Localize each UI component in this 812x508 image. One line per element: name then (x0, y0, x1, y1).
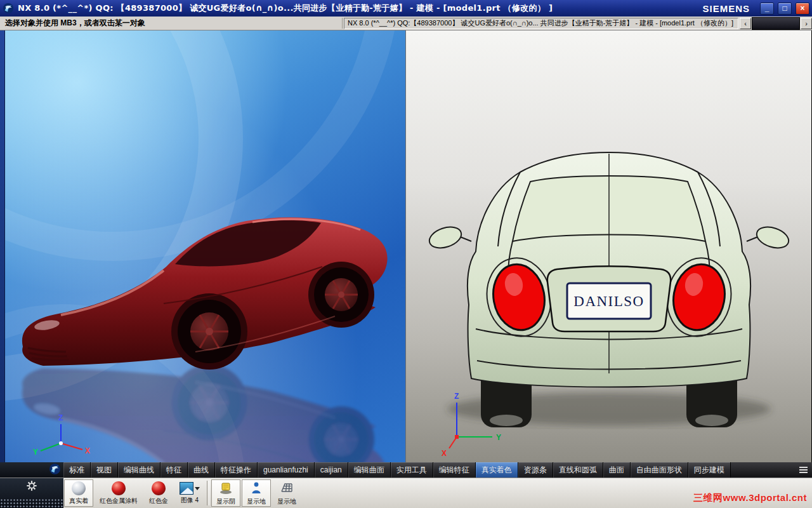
minimize-button[interactable]: _ (760, 3, 774, 15)
render-toolbar: 真实着 红色金属涂料 红色金 图像 4 显示阴 (0, 478, 812, 508)
toolbar-left-column (0, 478, 63, 508)
svg-text:X: X (442, 449, 447, 458)
svg-text:X: X (85, 446, 90, 455)
toolbar-button-red-metal[interactable]: 红色金 (144, 479, 173, 507)
red-car-render: Y X Z (5, 30, 405, 462)
resource-bar-strip[interactable] (0, 30, 5, 462)
nx-application-window: NX 8.0 (*^__^*) QQ: 【489387000】 诚交UG爱好者o… (0, 0, 812, 508)
window-title: NX 8.0 (*^__^*) QQ: 【489387000】 诚交UG爱好者o… (18, 3, 698, 14)
bottom-tab-bar: 标准 视图 编辑曲线 特征 曲线 特征操作 guanlianfuzhi caij… (0, 462, 812, 478)
tab-item[interactable]: 曲线 (188, 462, 215, 478)
tab-item[interactable]: 自由曲面形状 (631, 462, 688, 478)
toolbar-button-show-shadow[interactable]: 显示阴 (211, 479, 240, 507)
tab-item-selected[interactable]: 真实着色 (476, 462, 518, 478)
viewport-left-3d[interactable]: Y X Z (5, 30, 405, 462)
red-material-sphere-icon (152, 481, 166, 495)
person-icon (249, 481, 263, 496)
red-material-sphere-icon (112, 481, 126, 495)
maximize-button[interactable]: □ (778, 3, 792, 15)
tab-bar-filler (731, 462, 794, 478)
tab-item[interactable]: 标准 (63, 462, 91, 478)
shadow-icon (219, 481, 233, 496)
tab-item[interactable]: 特征 (160, 462, 188, 478)
toolbar-button-realistic-shading[interactable]: 真实着 (64, 479, 93, 507)
tab-item[interactable]: 编辑曲面 (348, 462, 391, 478)
toolbar-button-image-4[interactable]: 图像 4 (174, 479, 205, 507)
image-icon (180, 482, 193, 495)
tab-item[interactable]: 实用工具 (391, 462, 433, 478)
title-bar[interactable]: NX 8.0 (*^__^*) QQ: 【489387000】 诚交UG爱好者o… (0, 0, 812, 17)
nx-app-icon (3, 3, 14, 14)
grid-icon (280, 481, 294, 496)
site-watermark: 三维网www.3dportal.cnt (693, 492, 807, 504)
tab-item[interactable]: 编辑曲线 (118, 462, 160, 478)
tab-item[interactable]: 编辑特征 (433, 462, 476, 478)
toolbar-button-show-grid[interactable]: 显示地 (272, 479, 301, 507)
license-plate-text: DANILSO (573, 293, 644, 309)
dropdown-arrow-icon (195, 487, 200, 490)
drag-handle-dots[interactable] (0, 498, 63, 508)
close-button[interactable]: × (796, 3, 809, 15)
scroll-right-button[interactable]: › (801, 18, 812, 29)
tab-item[interactable]: guanlianfuzhi (258, 462, 315, 478)
tab-item[interactable]: caijian (315, 462, 348, 478)
license-plate: DANILSO (547, 267, 671, 332)
svg-text:Z: Z (58, 413, 63, 422)
tab-bar-left-pad (0, 462, 63, 478)
tab-item[interactable]: 视图 (91, 462, 118, 478)
tab-item[interactable]: 同步建模 (688, 462, 731, 478)
gear-icon[interactable] (26, 480, 37, 494)
tab-item[interactable]: 资源条 (518, 462, 553, 478)
svg-text:Y: Y (33, 448, 38, 457)
green-car-rear-render: DANILSO Z Y X (406, 30, 812, 462)
svg-text:Z: Z (454, 392, 459, 401)
tab-item[interactable]: 直线和圆弧 (553, 462, 603, 478)
document-title-readout: NX 8.0 (*^__^*) QQ:【489387000】 诚交UG爱好者o(… (344, 18, 738, 29)
prompt-text: 选择对象并使用 MB3，或者双击某一对象 (0, 18, 343, 29)
scroll-left-button[interactable]: ‹ (740, 18, 751, 29)
tab-item[interactable]: 曲面 (603, 462, 631, 478)
svg-text:Y: Y (496, 433, 501, 442)
tab-item[interactable]: 特征操作 (215, 462, 258, 478)
tab-bar-menu-icon[interactable] (794, 462, 812, 478)
siemens-logo: SIEMENS (702, 3, 750, 14)
viewport-right-3d[interactable]: DANILSO Z Y X (405, 30, 811, 462)
toolbar-separator (207, 481, 209, 505)
status-prompt-bar: 选择对象并使用 MB3，或者双击某一对象 NX 8.0 (*^__^*) QQ:… (0, 17, 812, 30)
nx-logo-icon[interactable] (49, 463, 61, 478)
shaded-sphere-icon (72, 481, 86, 495)
toolbar-button-show-floor[interactable]: 显示地 (242, 479, 271, 507)
graphics-area: Y X Z (0, 30, 812, 462)
toolbar-dock-strip (752, 17, 800, 30)
toolbar-button-red-metallic-paint[interactable]: 红色金属涂料 (95, 479, 143, 507)
